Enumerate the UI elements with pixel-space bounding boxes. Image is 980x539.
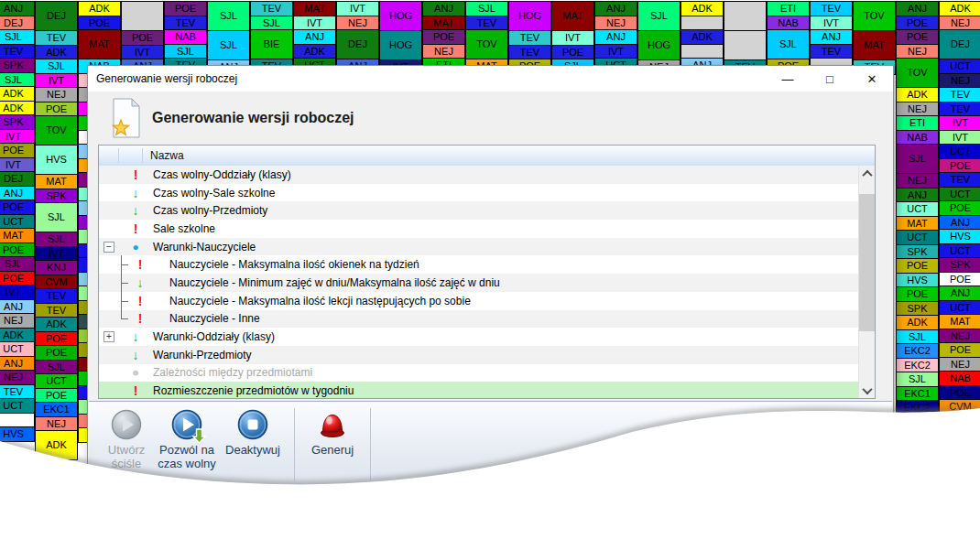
minimize-button[interactable]: — xyxy=(767,66,809,92)
timetable-cell[interactable]: SJL xyxy=(164,44,207,59)
timetable-cell[interactable]: TEV xyxy=(35,30,78,46)
timetable-cell[interactable]: ANJ xyxy=(810,29,853,45)
timetable-cell[interactable]: UCT xyxy=(939,59,980,74)
timetable-cell[interactable]: ETI xyxy=(896,115,939,131)
timetable-cell[interactable]: ANJ xyxy=(939,215,980,231)
timetable-cell[interactable]: CVM xyxy=(939,399,980,415)
timetable-cell[interactable]: ADK xyxy=(35,430,78,460)
list-item[interactable]: +↓Warunki-Oddziały (klasy) xyxy=(99,328,859,346)
timetable-cell[interactable]: IVT xyxy=(35,73,78,89)
timetable-cell[interactable]: ADK xyxy=(35,45,78,60)
timetable-cell[interactable]: TEV xyxy=(35,288,78,304)
timetable-cell[interactable]: ANJ xyxy=(939,286,980,301)
timetable-cell[interactable]: ADK xyxy=(681,1,724,16)
timetable-cell[interactable]: BIE xyxy=(250,29,293,59)
allow-free-time-button[interactable]: Pozwól na czas wolny xyxy=(153,408,221,470)
timetable-cell[interactable]: SJL xyxy=(465,1,508,16)
timetable-cell[interactable]: ADK xyxy=(293,44,336,59)
timetable-cell[interactable]: TEV xyxy=(508,30,551,46)
list-item[interactable]: !Czas wolny-Oddziały (klasy) xyxy=(99,166,859,184)
timetable-cell[interactable]: SJL xyxy=(207,30,250,60)
timetable-cell[interactable]: EKC2 xyxy=(896,343,939,359)
timetable-cell[interactable] xyxy=(121,1,164,31)
timetable-cell[interactable]: SJL xyxy=(637,1,681,31)
timetable-cell[interactable]: HOG xyxy=(637,30,681,60)
timetable-cell[interactable]: CVM xyxy=(35,275,78,290)
timetable-cell[interactable]: ANJ xyxy=(939,414,980,429)
scroll-up-button[interactable] xyxy=(859,166,875,181)
timetable-cell[interactable]: SPK xyxy=(0,58,35,73)
scrollbar-thumb[interactable] xyxy=(859,194,875,331)
timetable-cell[interactable]: HVS xyxy=(896,273,939,288)
timetable-cell[interactable]: EKC1 xyxy=(35,402,78,417)
timetable-cell[interactable]: MAT xyxy=(35,174,78,189)
timetable-cell[interactable]: UCT xyxy=(939,300,980,316)
timetable-cell[interactable]: UCT xyxy=(0,341,35,357)
timetable-cell[interactable]: EKC2 xyxy=(896,415,939,430)
timetable-cell[interactable]: SJL xyxy=(35,360,78,375)
timetable-cell[interactable]: NEJ xyxy=(896,44,939,59)
timetable-cell[interactable]: SJL xyxy=(207,1,250,31)
timetable-cell[interactable]: TOV xyxy=(896,58,939,88)
timetable-cell[interactable]: UCT xyxy=(939,187,980,202)
timetable-cell[interactable]: UCT xyxy=(939,427,980,443)
timetable-cell[interactable]: ANJ xyxy=(422,1,465,16)
timetable-cell[interactable]: SJL xyxy=(0,29,35,45)
timetable-cell[interactable] xyxy=(681,16,724,31)
timetable-cell[interactable]: ADK xyxy=(896,315,939,330)
timetable-cell[interactable]: SJL xyxy=(767,29,810,59)
timetable-cell[interactable]: TEV xyxy=(810,44,853,59)
list-item[interactable]: −●Warunki-Nauczyciele xyxy=(99,238,859,256)
timetable-cell[interactable]: ANJ xyxy=(896,188,939,203)
timetable-cell[interactable]: MAT xyxy=(0,228,35,243)
timetable-cell[interactable]: EKC1 xyxy=(896,386,939,402)
timetable-cell[interactable]: NEJ xyxy=(939,329,980,344)
timetable-cell[interactable]: ETI xyxy=(767,1,810,16)
timetable-cell[interactable]: ADK xyxy=(939,1,980,16)
timetable-cell[interactable]: UCT xyxy=(939,243,980,259)
timetable-cell[interactable]: IVT xyxy=(0,285,35,300)
timetable-cell[interactable]: TOV xyxy=(465,29,508,59)
timetable-cell[interactable]: UCT xyxy=(35,373,78,389)
timetable-cell[interactable]: ANJ xyxy=(594,29,637,45)
timetable-cell[interactable]: HVS xyxy=(939,229,980,244)
timetable-cell[interactable]: ANJ xyxy=(0,1,35,16)
timetable-cell[interactable]: ANJ xyxy=(0,299,35,315)
timetable-cell[interactable]: UCT xyxy=(0,214,35,230)
timetable-cell[interactable]: MAT xyxy=(939,314,980,329)
timetable-cell[interactable]: HVS xyxy=(0,426,35,442)
timetable-cell[interactable]: NEJ xyxy=(939,16,980,31)
deactivate-button[interactable]: Deaktywuj xyxy=(221,408,285,457)
timetable-cell[interactable]: NEJ xyxy=(939,73,980,89)
timetable-cell[interactable]: UCT xyxy=(896,201,939,217)
list-item[interactable]: !Nauczyciele - Inne xyxy=(99,310,859,329)
timetable-cell[interactable]: NAB xyxy=(164,29,207,45)
timetable-cell[interactable]: SJL xyxy=(0,256,35,272)
close-button[interactable]: ✕ xyxy=(851,66,893,92)
timetable-cell[interactable]: POE xyxy=(551,45,594,60)
timetable-cell[interactable]: POE xyxy=(939,200,980,216)
timetable-cell[interactable]: TOV xyxy=(35,115,78,146)
timetable-cell[interactable]: POE xyxy=(35,388,78,404)
expand-toggle[interactable]: + xyxy=(103,331,114,342)
timetable-cell[interactable]: HOG xyxy=(508,1,551,31)
timetable-cell[interactable]: EKC2 xyxy=(896,358,939,373)
timetable-cell[interactable]: TEV xyxy=(250,1,293,16)
list-item[interactable]: ↓Czas wolny-Przedmioty xyxy=(99,201,859,220)
timetable-cell[interactable] xyxy=(724,30,767,60)
create-strict-button[interactable]: Utwórz ściśle xyxy=(100,408,153,470)
timetable-cell[interactable]: TEV xyxy=(164,16,207,31)
list-item[interactable]: ↓Czas wolny-Sale szkolne xyxy=(99,184,859,202)
timetable-cell[interactable]: EKC2 xyxy=(896,400,939,415)
timetable-cell[interactable]: NAB xyxy=(939,371,980,386)
timetable-cell[interactable]: ANJ xyxy=(293,29,336,45)
timetable-cell[interactable]: NEJ xyxy=(0,370,35,385)
timetable-cell[interactable]: TEV xyxy=(810,1,853,16)
timetable-cell[interactable]: IVT xyxy=(939,130,980,146)
timetable-cell[interactable]: POE xyxy=(939,158,980,174)
timetable-cell[interactable]: SPK xyxy=(896,244,939,260)
timetable-cell[interactable]: POE xyxy=(121,30,164,46)
maximize-button[interactable]: □ xyxy=(809,66,851,92)
timetable-cell[interactable]: SJL xyxy=(0,72,35,88)
timetable-cell[interactable]: POE xyxy=(35,331,78,347)
